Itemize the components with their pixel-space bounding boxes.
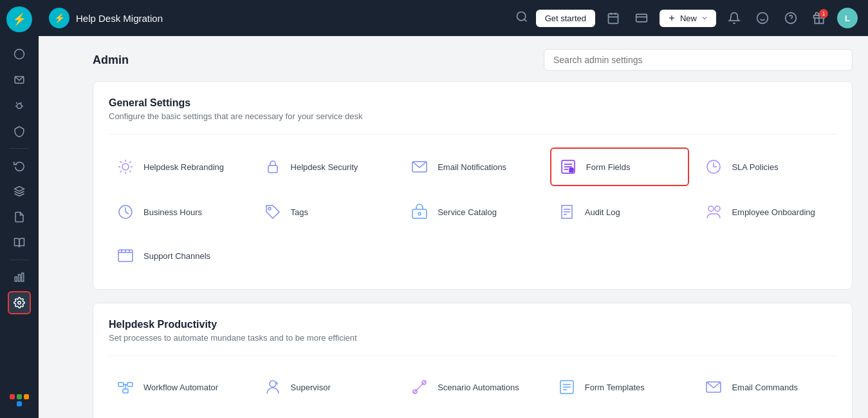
settings-item-form-templates[interactable]: Form Templates [550,369,690,405]
settings-item-audit-log[interactable]: Audit Log [550,194,690,230]
svg-rect-4 [15,277,17,281]
email-notifications-icon [408,155,431,178]
general-settings-desc: Configure the basic settings that are ne… [109,111,836,121]
email-notifications-label: Email Notifications [438,162,506,172]
sidebar-item-inbox[interactable] [8,68,31,91]
svg-point-25 [122,164,129,170]
svg-rect-49 [127,383,133,386]
brand-logo: ⚡ [49,8,69,28]
topbar: ⚡ Help Desk Migration Get started New 1 … [39,0,868,36]
sidebar-item-layers[interactable] [8,180,31,203]
ticket-icon[interactable] [631,8,652,28]
helpdesk-productivity-grid: Workflow Automator Supervisor Scenario A… [109,369,836,418]
notifications-icon[interactable] [724,8,744,28]
general-settings-title: General Settings [109,97,836,109]
workflow-automator-icon [114,375,137,399]
helpdesk-rebranding-icon [114,155,137,178]
sidebar: ⚡ [0,0,39,418]
settings-item-service-catalog[interactable]: Service Catalog [403,194,542,230]
employee-onboarding-label: Employee Onboarding [732,207,815,217]
svg-rect-32 [569,168,573,172]
sidebar-item-dashboard[interactable] [8,43,31,66]
settings-item-business-hours[interactable]: Business Hours [109,194,248,230]
settings-item-helpdesk-security[interactable]: Helpdesk Security [256,147,396,186]
svg-point-42 [715,206,720,211]
supervisor-label: Supervisor [291,383,331,392]
employee-onboarding-icon [702,200,725,223]
general-settings-card: General Settings Configure the basic set… [93,81,853,290]
gift-badge: 1 [819,9,828,18]
global-search-icon[interactable] [515,10,528,26]
settings-item-sla-policies[interactable]: SLA Policies [697,147,836,186]
svg-point-37 [418,213,421,215]
email-commands-icon [702,375,725,399]
supervisor-icon [261,375,284,399]
helpdesk-security-label: Helpdesk Security [291,162,358,172]
page-header: Admin [93,49,853,71]
svg-rect-48 [118,383,124,386]
helpdesk-productivity-desc: Set processes to automate mundane tasks … [109,333,836,343]
sidebar-item-book[interactable] [8,231,31,254]
helpdesk-rebranding-label: Helpdesk Rebranding [143,162,224,172]
sla-policies-label: SLA Policies [732,162,778,172]
svg-point-8 [517,12,525,20]
settings-item-tags[interactable]: Tags [256,194,396,230]
helpdesk-productivity-card: Helpdesk Productivity Set processes to a… [93,303,853,418]
sidebar-divider [10,148,29,149]
settings-item-support-channels[interactable]: Support Channels [109,238,248,274]
settings-item-scenario-automations[interactable]: Scenario Automations [403,369,542,405]
emoji-icon[interactable] [752,8,773,28]
settings-item-email-notifications[interactable]: Email Notifications [403,147,542,186]
svg-point-18 [757,13,768,24]
settings-item-helpdesk-rebranding[interactable]: Helpdesk Rebranding [109,147,248,186]
svg-rect-10 [608,14,618,23]
settings-item-form-fields[interactable]: Form Fields [550,147,690,186]
email-commands-label: Email Commands [732,383,798,392]
settings-item-workflow-automator[interactable]: Workflow Automator [109,369,248,405]
form-templates-label: Form Templates [585,383,645,392]
settings-item-supervisor[interactable]: Supervisor [256,369,396,405]
form-fields-label: Form Fields [586,162,631,172]
get-started-button[interactable]: Get started [536,10,595,27]
brand-name: Help Desk Migration [76,13,163,24]
sidebar-item-chart[interactable] [8,265,31,289]
settings-item-canned-responses[interactable]: Canned Responses [256,413,396,418]
settings-item-customer-satisfaction[interactable]: Customer Satisfaction [403,413,542,418]
sidebar-item-file[interactable] [8,205,31,229]
service-catalog-label: Service Catalog [438,207,497,217]
sidebar-item-refresh[interactable] [8,154,31,177]
user-avatar[interactable]: L [837,8,858,28]
svg-rect-50 [123,389,128,393]
settings-item-arcade[interactable]: Arcade [550,413,690,418]
svg-point-0 [15,50,24,59]
svg-rect-6 [22,273,24,281]
gift-icon[interactable]: 1 [809,8,829,28]
svg-rect-26 [268,166,277,173]
sidebar-divider-2 [10,260,29,260]
support-channels-label: Support Channels [143,251,210,261]
sidebar-logo[interactable]: ⚡ [6,6,32,32]
main-content: Admin General Settings Configure the bas… [77,36,868,418]
svg-point-41 [708,206,714,211]
form-templates-icon [555,375,578,399]
form-fields-icon [557,155,580,178]
settings-item-apps[interactable]: Apps [109,413,248,418]
sidebar-item-shield[interactable] [8,120,31,143]
admin-search-input[interactable] [544,49,853,71]
helpdesk-productivity-title: Helpdesk Productivity [109,319,836,330]
business-hours-icon [114,200,137,223]
svg-point-7 [18,301,21,305]
svg-point-35 [268,207,271,210]
sidebar-item-bugs[interactable] [8,94,31,117]
workflow-automator-label: Workflow Automator [143,383,218,392]
settings-item-employee-onboarding[interactable]: Employee Onboarding [697,194,836,230]
svg-point-2 [17,104,22,109]
audit-log-label: Audit Log [585,207,620,217]
settings-item-scheduler[interactable]: Scheduler [697,413,836,418]
new-button[interactable]: New [660,10,716,27]
settings-item-email-commands[interactable]: Email Commands [697,369,836,405]
sidebar-item-settings[interactable] [8,291,31,314]
svg-rect-14 [636,14,647,22]
help-icon[interactable] [780,8,801,28]
calendar-icon[interactable] [603,8,623,28]
